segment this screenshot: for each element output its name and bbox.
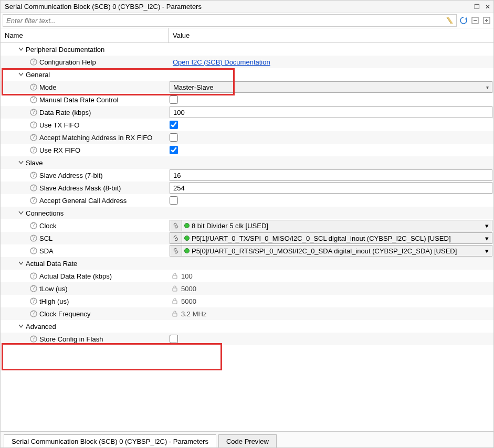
chevron-down-icon[interactable] <box>17 323 25 330</box>
clock-select[interactable]: 8 bit Divider 5 clk [USED] ▾ <box>182 220 492 231</box>
param-mode: ? Mode Master-Slave ▾ <box>1 81 493 93</box>
status-dot-icon <box>184 236 190 241</box>
param-label: Use RX FIFO <box>39 146 80 154</box>
chevron-down-icon[interactable] <box>17 209 25 217</box>
help-icon[interactable]: ? <box>30 109 37 116</box>
param-slave-mask: ? Slave Address Mask (8-bit) <box>1 182 493 194</box>
link-icon[interactable] <box>170 232 182 244</box>
titlebar: Serial Communication Block (SCB) 0 (CYBS… <box>1 1 493 13</box>
section-label: General <box>26 71 50 79</box>
toolbar <box>1 13 493 28</box>
section-docs[interactable]: Peripheral Documentation <box>1 43 493 56</box>
status-dot-icon <box>184 248 190 253</box>
svg-text:?: ? <box>31 310 35 317</box>
section-advanced[interactable]: Advanced <box>1 320 493 333</box>
param-general-call: ? Accept General Call Address <box>1 194 493 207</box>
section-general[interactable]: General <box>1 68 493 81</box>
svg-rect-39 <box>173 301 177 304</box>
param-slave-addr: ? Slave Address (7-bit) <box>1 169 493 182</box>
help-icon[interactable]: ? <box>30 222 37 229</box>
doc-link[interactable]: Open I2C (SCB) Documentation <box>170 58 270 66</box>
filter-input[interactable] <box>6 17 446 25</box>
help-icon[interactable]: ? <box>30 285 37 292</box>
status-dot-icon <box>184 223 190 228</box>
link-icon[interactable] <box>170 245 182 257</box>
store-flash-checkbox[interactable] <box>170 335 178 343</box>
svg-text:?: ? <box>31 184 35 191</box>
slave-mask-input[interactable] <box>170 182 492 194</box>
clear-filter-icon[interactable] <box>446 16 454 25</box>
help-icon[interactable]: ? <box>30 146 37 154</box>
svg-text:?: ? <box>31 297 35 304</box>
chevron-down-icon[interactable] <box>17 260 25 267</box>
help-icon[interactable]: ? <box>30 134 37 141</box>
param-label: Store Config in Flash <box>39 335 103 343</box>
lock-icon <box>172 273 178 279</box>
help-icon[interactable]: ? <box>30 310 37 317</box>
chevron-down-icon[interactable] <box>17 159 25 166</box>
help-icon[interactable]: ? <box>30 197 37 204</box>
svg-rect-42 <box>173 313 177 316</box>
help-icon[interactable]: ? <box>30 234 37 242</box>
scl-select[interactable]: P5[1]/UART_0_TX/SPI_0_MISO/I2C_0_SCL dig… <box>182 232 492 244</box>
param-actual-rate: ? Actual Data Rate (kbps) 100 <box>1 270 493 282</box>
section-actual[interactable]: Actual Data Rate <box>1 257 493 270</box>
param-label: Accept Matching Address in RX FIFO <box>39 134 152 142</box>
chevron-down-icon: ▾ <box>485 247 489 255</box>
readonly-value: 5000 <box>181 285 196 293</box>
svg-rect-33 <box>173 275 177 279</box>
collapse-all-icon[interactable] <box>470 16 480 25</box>
close-icon[interactable]: ✕ <box>485 3 490 10</box>
link-icon[interactable] <box>170 220 182 231</box>
param-label: SDA <box>39 247 54 255</box>
section-connections[interactable]: Connections <box>1 207 493 219</box>
help-icon[interactable]: ? <box>30 58 37 66</box>
svg-text:?: ? <box>31 335 35 342</box>
slave-addr-input[interactable] <box>170 169 492 181</box>
accept-match-checkbox[interactable] <box>170 133 178 142</box>
svg-text:?: ? <box>31 96 35 103</box>
param-use-tx-fifo: ? Use TX FIFO <box>1 119 493 131</box>
chevron-down-icon[interactable] <box>17 46 25 53</box>
svg-text:?: ? <box>31 146 35 153</box>
chevron-down-icon[interactable] <box>17 71 25 78</box>
help-icon[interactable]: ? <box>30 96 37 103</box>
section-label: Connections <box>26 209 64 217</box>
help-icon[interactable]: ? <box>30 172 37 179</box>
use-rx-fifo-checkbox[interactable] <box>170 146 178 154</box>
param-label: Manual Data Rate Control <box>39 96 118 104</box>
general-call-checkbox[interactable] <box>170 196 178 205</box>
manual-rate-checkbox[interactable] <box>170 95 178 104</box>
param-label: Data Rate (kbps) <box>39 109 91 116</box>
help-icon[interactable]: ? <box>30 335 37 343</box>
help-icon[interactable]: ? <box>30 247 37 254</box>
lock-icon <box>172 298 178 304</box>
restore-icon[interactable]: ❐ <box>474 3 480 10</box>
svg-text:?: ? <box>31 285 35 292</box>
help-icon[interactable]: ? <box>30 184 37 191</box>
data-rate-input[interactable] <box>170 106 492 118</box>
param-scl: ? SCL P5[1]/UART_0_TX/SPI_0_MISO/I2C_0_S… <box>1 232 493 244</box>
mode-select[interactable]: Master-Slave ▾ <box>170 81 492 93</box>
tab-parameters[interactable]: Serial Communication Block (SCB) 0 (CYBS… <box>4 434 216 447</box>
help-icon[interactable]: ? <box>30 121 37 129</box>
help-icon[interactable]: ? <box>30 83 37 91</box>
tab-code-preview[interactable]: Code Preview <box>218 434 277 447</box>
section-slave[interactable]: Slave <box>1 156 493 169</box>
use-tx-fifo-checkbox[interactable] <box>170 121 178 129</box>
section-label: Slave <box>26 159 43 167</box>
lock-icon <box>172 285 178 292</box>
help-icon[interactable]: ? <box>30 297 37 305</box>
param-manual-rate: ? Manual Data Rate Control <box>1 93 493 106</box>
section-label: Actual Data Rate <box>26 260 77 268</box>
refresh-icon[interactable] <box>459 16 468 25</box>
window-title: Serial Communication Block (SCB) 0 (CYBS… <box>5 3 202 10</box>
col-name-header[interactable]: Name <box>1 28 169 42</box>
help-icon[interactable]: ? <box>30 272 37 280</box>
bottom-tabs: Serial Communication Block (SCB) 0 (CYBS… <box>1 432 493 447</box>
chevron-down-icon: ▾ <box>486 84 489 90</box>
expand-all-icon[interactable] <box>482 16 491 25</box>
svg-rect-4 <box>486 19 487 22</box>
col-value-header[interactable]: Value <box>169 28 493 42</box>
sda-select[interactable]: P5[0]/UART_0_RTS/SPI_0_MOSI/I2C_0_SDA di… <box>182 245 492 257</box>
